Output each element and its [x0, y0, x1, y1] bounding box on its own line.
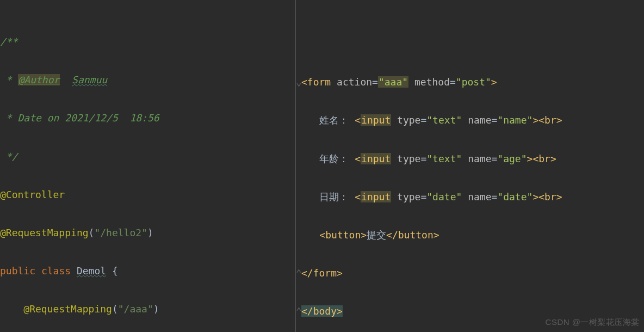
rm-path: "/hello2": [94, 227, 147, 238]
annotation-requestmapping: @RequestMapping: [0, 227, 89, 238]
doc-end: */: [0, 151, 18, 162]
kw-class: class: [41, 265, 71, 276]
label-name: 姓名：: [319, 114, 349, 126]
form-action: "aaa": [378, 76, 408, 88]
right-code-pane[interactable]: ⌄<form action="aaa" method="post"> 姓名： <…: [296, 0, 644, 332]
doc-star: *: [0, 74, 18, 85]
rm-aaa: "/aaa": [118, 303, 153, 315]
label-age: 年龄：: [319, 153, 349, 164]
doc-author-name: Sanmuu: [72, 74, 107, 85]
annotation-requestmapping: @RequestMapping: [23, 303, 112, 315]
doc-author-tag: @Author: [18, 74, 60, 85]
doc-date: * Date on 2021/12/5 18:56: [0, 112, 159, 124]
annotation-controller: @Controller: [0, 189, 65, 200]
left-code-pane[interactable]: /** * @Author Sanmuu * Date on 2021/12/5…: [0, 0, 296, 332]
watermark: CSDN @一树梨花压海棠: [546, 314, 640, 330]
html-snippet: ⌄<form action="aaa" method="post"> 姓名： <…: [296, 38, 644, 332]
doc-line: /**: [0, 36, 18, 47]
kw-public: public: [0, 265, 35, 276]
label-date: 日期：: [319, 191, 349, 202]
submit-label: 提交: [367, 229, 386, 241]
class-name: Demol: [77, 265, 106, 276]
